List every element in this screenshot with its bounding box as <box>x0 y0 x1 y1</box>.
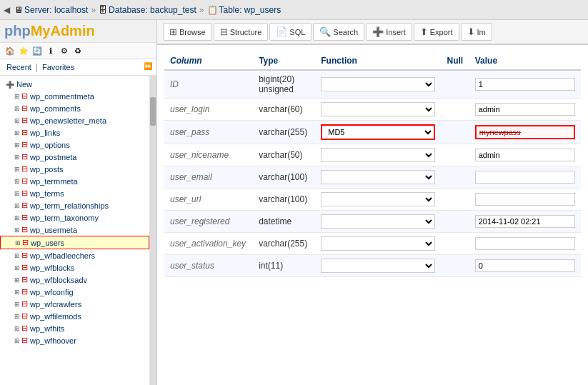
cell-null-user_activation_key[interactable] <box>441 233 469 255</box>
browse-button[interactable]: ⊞ Browse <box>163 23 212 41</box>
table-tree-icon: ⊟ <box>21 225 28 234</box>
cell-value-user_login[interactable] <box>469 99 581 121</box>
sql-button[interactable]: 📄 SQL <box>269 23 312 41</box>
cell-function-ID[interactable]: AES_DECRYPTAES_ENCRYPTBINCHARCOMPRESSDAT… <box>315 70 441 99</box>
cell-value-user_email[interactable] <box>469 166 581 189</box>
value-input-user_login[interactable] <box>475 103 575 116</box>
breadcrumb-table[interactable]: Table: wp_users <box>219 5 281 15</box>
function-select-user_login[interactable]: AES_DECRYPTAES_ENCRYPTBINCHARCOMPRESSDAT… <box>321 102 435 116</box>
tree-item-wp-terms[interactable]: ⊞ ⊟ wp_terms <box>0 187 149 199</box>
tree-item-wp-wfconfig[interactable]: ⊞ ⊟ wp_wfconfig <box>0 286 149 298</box>
cell-null-user_login[interactable] <box>441 99 469 121</box>
cell-function-user_activation_key[interactable]: AES_DECRYPTAES_ENCRYPTBINCHARCOMPRESSDAT… <box>315 233 441 255</box>
star-icon[interactable]: ⭐ <box>18 45 29 56</box>
tree-item-wp-wfhits[interactable]: ⊞ ⊟ wp_wfhits <box>0 322 149 334</box>
tree-item-label: wp_postmeta <box>30 153 76 161</box>
tree-item-new[interactable]: ➕New <box>0 79 149 90</box>
cell-null-user_pass[interactable] <box>441 121 469 144</box>
search-button[interactable]: 🔍 Search <box>313 23 364 41</box>
info-icon[interactable]: ℹ <box>45 45 56 56</box>
value-input-user_activation_key[interactable] <box>475 237 575 250</box>
cell-null-ID[interactable] <box>441 70 469 99</box>
cell-function-user_status[interactable]: AES_DECRYPTAES_ENCRYPTBINCHARCOMPRESSDAT… <box>315 255 441 277</box>
cell-function-user_url[interactable]: AES_DECRYPTAES_ENCRYPTBINCHARCOMPRESSDAT… <box>315 189 441 211</box>
expand-icon: ⊞ <box>14 202 20 209</box>
export-button[interactable]: ⬆ Export <box>414 23 459 41</box>
cell-value-user_status[interactable] <box>469 255 581 277</box>
refresh-icon[interactable]: 🔄 <box>31 45 43 56</box>
nav-sep: | <box>36 62 38 72</box>
function-select-user_pass[interactable]: AES_DECRYPTAES_ENCRYPTBINCHARCOMPRESSDAT… <box>321 124 435 140</box>
tree-item-wp-termmeta[interactable]: ⊞ ⊟ wp_termmeta <box>0 175 149 187</box>
tree-item-wp-posts[interactable]: ⊞ ⊟ wp_posts <box>0 163 149 175</box>
value-input-user_email[interactable] <box>475 171 575 184</box>
tree-item-wp-commentmeta[interactable]: ⊞ ⊟ wp_commentmeta <box>0 90 149 102</box>
tree-item-wp-wfcrawlers[interactable]: ⊞ ⊟ wp_wfcrawlers <box>0 298 149 310</box>
value-input-user_url[interactable] <box>475 193 575 206</box>
table-row: user_emailvarchar(100)AES_DECRYPTAES_ENC… <box>164 166 581 189</box>
tree-item-wp-wfhoover[interactable]: ⊞ ⊟ wp_wfhoover <box>0 334 149 346</box>
cell-function-user_email[interactable]: AES_DECRYPTAES_ENCRYPTBINCHARCOMPRESSDAT… <box>315 166 441 189</box>
tree-item-wp-wfblocks[interactable]: ⊞ ⊟ wp_wfblocks <box>0 261 149 274</box>
import-button[interactable]: ⬇ Im <box>461 23 492 41</box>
table-tree-icon: ⊟ <box>21 213 28 222</box>
function-select-ID[interactable]: AES_DECRYPTAES_ENCRYPTBINCHARCOMPRESSDAT… <box>321 77 435 91</box>
function-select-user_registered[interactable]: AES_DECRYPTAES_ENCRYPTBINCHARCOMPRESSDAT… <box>321 214 435 229</box>
function-select-user_nicename[interactable]: AES_DECRYPTAES_ENCRYPTBINCHARCOMPRESSDAT… <box>321 148 435 162</box>
settings-icon[interactable]: ⚙ <box>59 45 70 56</box>
tree-item-wp-term-taxonomy[interactable]: ⊞ ⊟ wp_term_taxonomy <box>0 211 149 224</box>
tree-item-wp-wfblocksadv[interactable]: ⊞ ⊟ wp_wfblocksadv <box>0 274 149 286</box>
breadcrumb-db[interactable]: Database: backup_test <box>109 5 196 15</box>
home-icon[interactable]: 🏠 <box>4 45 16 56</box>
value-input-user_pass[interactable] <box>475 125 575 139</box>
tree-item-wp-options[interactable]: ⊞ ⊟ wp_options <box>0 139 149 151</box>
structure-button[interactable]: ⊟ Structure <box>214 23 269 41</box>
tree-item-wp-links[interactable]: ⊞ ⊟ wp_links <box>0 126 149 139</box>
cell-null-user_registered[interactable] <box>441 211 469 233</box>
recent-tab[interactable]: Recent <box>4 62 34 72</box>
cell-function-user_pass[interactable]: AES_DECRYPTAES_ENCRYPTBINCHARCOMPRESSDAT… <box>315 121 441 144</box>
tree-item-wp-usermeta[interactable]: ⊞ ⊟ wp_usermeta <box>0 224 149 236</box>
tree-item-wp-wfbadleechers[interactable]: ⊞ ⊟ wp_wfbadleechers <box>0 249 149 261</box>
function-select-user_activation_key[interactable]: AES_DECRYPTAES_ENCRYPTBINCHARCOMPRESSDAT… <box>321 236 435 251</box>
cell-value-user_activation_key[interactable] <box>469 233 581 255</box>
tree-item-wp-users[interactable]: ⊞ ⊟ wp_users <box>0 236 149 249</box>
cell-value-ID[interactable] <box>469 70 581 99</box>
cell-function-user_login[interactable]: AES_DECRYPTAES_ENCRYPTBINCHARCOMPRESSDAT… <box>315 99 441 121</box>
tree-item-label: wp_wfbadleechers <box>30 251 95 260</box>
cell-null-user_email[interactable] <box>441 166 469 189</box>
table-tree-icon: ⊟ <box>21 324 28 333</box>
value-input-user_nicename[interactable] <box>475 149 575 161</box>
tree-item-wp-enewsletter-meta[interactable]: ⊞ ⊟ wp_enewsletter_meta <box>0 114 149 126</box>
cell-function-user_registered[interactable]: AES_DECRYPTAES_ENCRYPTBINCHARCOMPRESSDAT… <box>315 211 441 233</box>
favorites-tab[interactable]: Favorites <box>40 62 76 72</box>
insert-button[interactable]: ➕ Insert <box>366 23 412 41</box>
cell-function-user_nicename[interactable]: AES_DECRYPTAES_ENCRYPTBINCHARCOMPRESSDAT… <box>315 144 441 166</box>
expand-icon: ⊞ <box>15 239 21 246</box>
tree-item-wp-wffilemods[interactable]: ⊞ ⊟ wp_wffilemods <box>0 310 149 322</box>
function-select-user_email[interactable]: AES_DECRYPTAES_ENCRYPTBINCHARCOMPRESSDAT… <box>321 170 435 184</box>
value-input-user_status[interactable] <box>475 259 575 272</box>
scrollbar[interactable] <box>149 76 156 385</box>
function-select-user_status[interactable]: AES_DECRYPTAES_ENCRYPTBINCHARCOMPRESSDAT… <box>321 259 435 273</box>
cell-value-user_url[interactable] <box>469 189 581 211</box>
cell-value-user_nicename[interactable] <box>469 144 581 166</box>
expand-icon: ⊞ <box>14 276 20 284</box>
function-select-user_url[interactable]: AES_DECRYPTAES_ENCRYPTBINCHARCOMPRESSDAT… <box>321 192 435 206</box>
tree-item-wp-postmeta[interactable]: ⊞ ⊟ wp_postmeta <box>0 151 149 163</box>
tree-item-wp-comments[interactable]: ⊞ ⊟ wp_comments <box>0 102 149 114</box>
cell-null-user_status[interactable] <box>441 255 469 277</box>
tree-item-wp-term-relationships[interactable]: ⊞ ⊟ wp_term_relationships <box>0 199 149 211</box>
back-arrow[interactable]: ◀ <box>4 5 10 15</box>
cell-column-user_activation_key: user_activation_key <box>164 233 253 255</box>
recycle-icon[interactable]: ♻ <box>72 45 84 56</box>
cell-value-user_pass[interactable] <box>469 121 581 144</box>
tree-item-label: wp_links <box>30 129 60 137</box>
value-input-ID[interactable] <box>475 78 575 91</box>
cell-null-user_url[interactable] <box>441 189 469 211</box>
value-input-user_registered[interactable] <box>475 215 575 228</box>
expand-icon: ⊞ <box>14 190 20 197</box>
breadcrumb-server[interactable]: Server: localhost <box>24 5 88 15</box>
cell-null-user_nicename[interactable] <box>441 144 469 166</box>
cell-value-user_registered[interactable] <box>469 211 581 233</box>
